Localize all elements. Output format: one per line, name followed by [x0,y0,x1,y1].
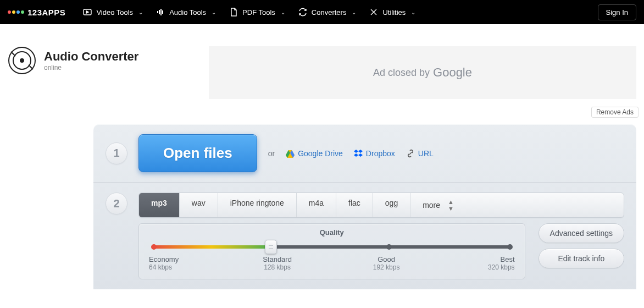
source-label: URL [418,149,434,158]
nav-label: Audio Tools [169,8,206,16]
chevron-down-icon: ⌄ [212,9,216,15]
remove-ads-link[interactable]: Remove Ads [591,107,639,118]
nav-audio-tools[interactable]: Audio Tools ⌄ [156,8,216,16]
slider-tick [386,244,392,250]
advanced-settings-button[interactable]: Advanced settings [538,223,624,243]
source-label: Google Drive [298,149,343,158]
format-tab-wav[interactable]: wav [180,193,218,217]
nav-label: Utilities [382,8,406,16]
format-tab-more[interactable]: more ▲▼ [410,193,466,217]
slider-thumb[interactable] [265,240,277,254]
chevron-down-icon: ⌄ [281,9,285,15]
source-google-drive[interactable]: Google Drive [286,149,343,158]
quality-slider[interactable] [152,241,512,252]
quality-panel: Quality Economy64 kbps Standard128 kbps [138,223,525,279]
page-title: Audio Converter [44,50,138,64]
nav-label: PDF Tools [242,8,275,16]
nav-video-tools[interactable]: Video Tools ⌄ [83,8,143,16]
source-label: Dropbox [366,149,395,158]
top-header: 123APPS Video Tools ⌄ Audio Tools ⌄ PDF … [0,0,644,24]
link-icon [406,149,415,158]
chevron-down-icon: ⌄ [138,9,143,15]
nav-label: Converters [312,8,347,16]
audio-icon [156,8,165,16]
svg-rect-1 [157,11,158,13]
format-tab-iphone[interactable]: iPhone ringtone [218,193,297,217]
source-url[interactable]: URL [406,149,434,158]
step-2: 2 mp3 wav iPhone ringtone m4a flac ogg m… [93,183,636,289]
title-row: Audio Converter online Ad closed by Goog… [0,24,644,105]
nav-label: Video Tools [96,8,133,16]
slider-fill [152,245,271,249]
quality-label-best: Best320 kbps [476,255,515,271]
step-number: 2 [106,193,127,215]
nav-pdf-tools[interactable]: PDF Tools ⌄ [229,8,285,16]
ad-text: Ad closed by [373,67,430,79]
quality-label-standard: Standard128 kbps [258,255,297,271]
chevron-down-icon: ⌄ [411,9,415,15]
updown-icon: ▲▼ [448,199,454,212]
nav-converters[interactable]: Converters ⌄ [298,8,357,16]
google-drive-icon [286,149,295,158]
video-icon [83,8,92,16]
brand-logo[interactable]: 123APPS [8,8,65,17]
nav-utilities[interactable]: Utilities ⌄ [369,8,415,16]
main-nav: Video Tools ⌄ Audio Tools ⌄ PDF Tools ⌄ … [83,8,597,16]
slider-tick [507,244,513,250]
signin-button[interactable]: Sign In [598,4,636,20]
quality-label-good: Good192 kbps [367,255,406,271]
format-tab-ogg[interactable]: ogg [373,193,410,217]
format-tab-mp3[interactable]: mp3 [139,193,180,217]
utilities-icon [369,8,378,16]
quality-title: Quality [149,228,515,237]
converter-panel: 1 Open files or Google Drive Dropbox URL… [93,124,636,289]
pdf-icon [229,8,238,16]
chevron-down-icon: ⌄ [352,9,356,15]
dropbox-icon [354,149,363,158]
svg-rect-4 [162,10,163,14]
source-dropbox[interactable]: Dropbox [354,149,395,158]
format-tab-flac[interactable]: flac [336,193,373,217]
ad-placeholder: Ad closed by Google [209,46,636,99]
logo-dots-icon [8,10,24,14]
step-number: 1 [106,142,127,164]
quality-label-economy: Economy64 kbps [149,255,187,271]
ad-brand: Google [433,65,472,80]
edit-track-info-button[interactable]: Edit track info [538,249,624,268]
open-files-button[interactable]: Open files [138,134,257,172]
page-subtitle: online [44,64,138,72]
app-title: Audio Converter online [8,46,195,75]
format-tab-m4a[interactable]: m4a [297,193,336,217]
quality-labels: Economy64 kbps Standard128 kbps Good192 … [149,255,515,271]
more-label: more [423,201,440,210]
svg-point-7 [20,59,24,62]
disc-icon [8,46,36,75]
convert-icon [298,8,307,16]
svg-rect-2 [159,10,160,14]
step-1: 1 Open files or Google Drive Dropbox URL [93,124,636,183]
slider-tick [151,244,157,250]
step2-side-buttons: Advanced settings Edit track info [538,223,624,268]
format-tabbar: mp3 wav iPhone ringtone m4a flac ogg mor… [138,193,624,218]
brand-text: 123APPS [27,8,65,17]
svg-rect-3 [160,9,162,15]
or-label: or [268,149,275,158]
